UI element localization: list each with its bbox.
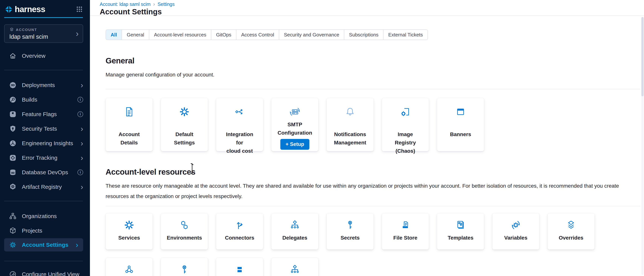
card-connectors[interactable]: Connectors (216, 213, 263, 249)
chevron-right-icon: › (81, 154, 83, 162)
harness-account-settings-page: harness ACCOUNT ldap saml scim › Overvie… (0, 0, 644, 276)
feature-flags-icon (9, 110, 17, 118)
card-integration-for-cloud-cost[interactable]: Integration for cloud cost (216, 98, 263, 151)
card-banners[interactable]: Banners (437, 98, 484, 151)
sidebar-item-artifact-registry[interactable]: Artifact Registry › (0, 180, 90, 194)
card-notifications-management[interactable]: Notifications Management (326, 98, 374, 151)
sidebar-divider (4, 201, 83, 201)
general-section-title: General (106, 56, 640, 65)
projects-icon (9, 227, 17, 235)
main-content: Account: ldap saml scim › Settings Accou… (90, 0, 644, 276)
card[interactable] (216, 258, 263, 276)
sidebar-item-organizations[interactable]: Organizations (0, 209, 90, 223)
section-divider (106, 89, 640, 89)
card-overrides[interactable]: Overrides (548, 213, 594, 249)
account-scope-label: ACCOUNT (16, 28, 37, 32)
templates-icon (455, 219, 466, 231)
info-icon[interactable]: i (78, 170, 83, 175)
sidebar-item-security-tests[interactable]: Security Tests › (0, 121, 90, 136)
breadcrumb-settings-link[interactable]: Settings (158, 2, 174, 7)
tab-external-tickets[interactable]: External Tickets (384, 30, 428, 40)
key-icon (344, 219, 356, 231)
breadcrumb: Account: ldap saml scim › Settings (100, 2, 644, 7)
card-smtp-configuration[interactable]: SMTP Configuration + Setup (271, 98, 318, 151)
accent-divider (4, 17, 83, 18)
deployments-icon (9, 81, 17, 89)
sidebar-item-builds[interactable]: Builds i (0, 92, 90, 107)
gear-icon (124, 219, 135, 231)
sidebar-item-overview[interactable]: Overview (0, 49, 90, 63)
page-scrollbar[interactable] (641, 17, 644, 275)
account-settings-icon (9, 241, 17, 249)
setup-button[interactable]: + Setup (280, 139, 309, 150)
account-scope-selector[interactable]: ACCOUNT ldap saml scim › (4, 24, 83, 43)
card-services[interactable]: Services (106, 213, 153, 249)
webhook-icon (124, 264, 135, 275)
card-delegates[interactable]: Delegates (271, 213, 318, 249)
sidebar-item-configure-unified-view[interactable]: Configure Unified View (0, 267, 90, 276)
harness-logo[interactable]: harness (4, 5, 45, 14)
resources-section-title: Account-level resources (106, 168, 640, 177)
split-icon (234, 264, 245, 275)
sidebar-item-account-settings[interactable]: Account Settings › (4, 238, 83, 251)
harness-logo-icon (4, 5, 13, 14)
sidebar-item-projects[interactable]: Projects (0, 223, 90, 238)
chevron-right-icon: › (76, 241, 78, 249)
layers-icon (10, 27, 14, 33)
resource-cards-overflow: Feature DDOD (106, 258, 640, 276)
tab-gitops[interactable]: GitOps (211, 30, 236, 40)
card-account-details[interactable]: Account Details (106, 98, 153, 151)
smtp-icon (289, 106, 300, 117)
section-divider (106, 206, 640, 206)
settings-tabs: AllGeneralAccount-level resourcesGitOpsA… (106, 30, 428, 40)
card-variables[interactable]: Variables (492, 213, 539, 249)
error-tracking-icon (9, 154, 17, 162)
chevron-right-icon: › (81, 125, 83, 132)
builds-icon (9, 95, 17, 104)
card-templates[interactable]: Templates (437, 213, 484, 249)
chevron-right-icon: › (81, 140, 83, 147)
tab-all[interactable]: All (106, 30, 122, 40)
image-registry-icon (400, 106, 411, 117)
card-feature[interactable]: Feature (161, 258, 208, 276)
sidebar-divider (4, 70, 83, 70)
chevron-right-icon: › (76, 30, 78, 38)
card[interactable] (106, 258, 153, 276)
sidebar-item-deployments[interactable]: Deployments › (0, 78, 90, 92)
resource-cards: Services Environments Connectors Delegat… (106, 213, 640, 249)
scrollbar-thumb[interactable] (641, 17, 644, 96)
card-image-registry-chaos[interactable]: Image Registry (Chaos) (382, 98, 429, 151)
engineering-insights-icon (9, 139, 17, 148)
sidebar-item-database-devops[interactable]: Database DevOps i (0, 165, 90, 180)
organizations-icon (9, 212, 17, 220)
tab-account-level-resources[interactable]: Account-level resources (149, 30, 211, 40)
tab-security-and-governance[interactable]: Security and Governance (279, 30, 344, 40)
info-icon[interactable]: i (78, 111, 83, 117)
sidebar-item-engineering-insights[interactable]: Engineering Insights › (0, 136, 90, 151)
app-grid-icon[interactable] (76, 6, 83, 13)
tab-access-control[interactable]: Access Control (236, 30, 279, 40)
security-tests-icon (9, 124, 17, 133)
card-file-store[interactable]: File Store (382, 213, 429, 249)
environments-icon (179, 219, 190, 231)
tab-subscriptions[interactable]: Subscriptions (344, 30, 384, 40)
logo-text: harness (15, 5, 45, 14)
page-header: Account: ldap saml scim › Settings Accou… (90, 0, 644, 16)
sidebar-item-feature-flags[interactable]: Feature Flags i (0, 107, 90, 121)
sidebar-item-error-tracking[interactable]: Error Tracking › (0, 151, 90, 165)
connectors-icon (234, 219, 245, 231)
card-environments[interactable]: Environments (161, 213, 208, 249)
card-ddod[interactable]: DDOD (271, 258, 318, 276)
page-title: Account Settings (100, 8, 644, 16)
account-name: ldap saml scim (10, 33, 76, 40)
breadcrumb-account-link[interactable]: Account: ldap saml scim (100, 2, 151, 7)
database-devops-icon (9, 168, 17, 177)
overrides-icon (566, 219, 577, 231)
artifact-registry-icon (9, 183, 17, 191)
chevron-right-icon: › (153, 2, 155, 7)
delegates-icon (289, 264, 300, 275)
tab-general[interactable]: General (122, 30, 149, 40)
info-icon[interactable]: i (78, 97, 83, 102)
card-secrets[interactable]: Secrets (326, 213, 374, 249)
card-default-settings[interactable]: Default Settings (161, 98, 208, 151)
